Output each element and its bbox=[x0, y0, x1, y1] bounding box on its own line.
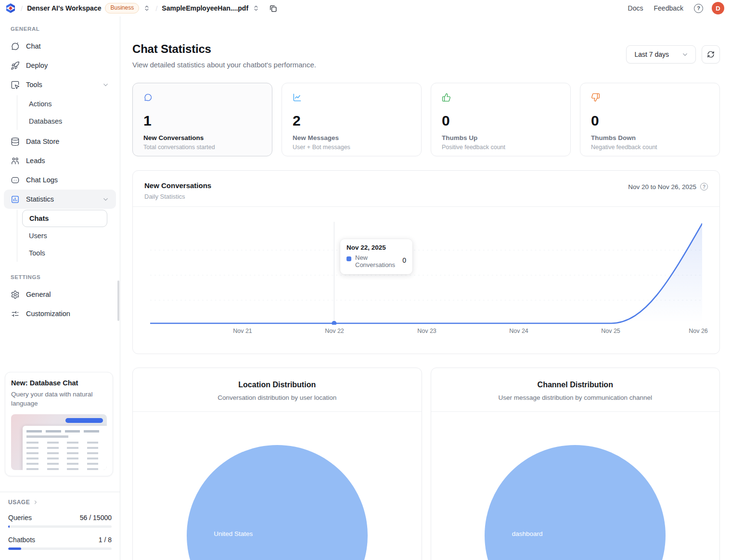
sidebar-item-stats-chats[interactable]: Chats bbox=[22, 210, 107, 227]
pie-slice-united-states[interactable]: United States bbox=[187, 445, 368, 560]
breadcrumb-separator: / bbox=[21, 4, 23, 13]
usage-header-label: USAGE bbox=[8, 499, 30, 506]
pie-card-header: Location Distribution Conversation distr… bbox=[133, 368, 422, 412]
refresh-icon bbox=[707, 51, 715, 58]
sidebar-item-databases[interactable]: Databases bbox=[22, 113, 116, 130]
usage-header[interactable]: USAGE bbox=[8, 499, 112, 506]
stat-card-new-messages[interactable]: 2 New Messages User + Bot messages bbox=[282, 83, 422, 156]
sidebar-item-actions[interactable]: Actions bbox=[22, 95, 116, 113]
topbar-right: Docs Feedback ? D bbox=[628, 2, 724, 14]
sidebar-scrollbar[interactable] bbox=[117, 280, 119, 321]
usage-value: 1 / 8 bbox=[99, 536, 112, 544]
sidebar-item-stats-users[interactable]: Users bbox=[22, 227, 116, 244]
help-icon[interactable]: ? bbox=[694, 4, 703, 13]
x-tick: Nov 22 bbox=[325, 328, 344, 334]
info-icon[interactable]: ? bbox=[700, 183, 708, 191]
usage-label: Chatbots bbox=[8, 536, 35, 544]
pie-slice-label: United States bbox=[214, 530, 253, 537]
stat-value: 2 bbox=[293, 114, 410, 128]
refresh-button[interactable] bbox=[702, 45, 720, 64]
promo-thumbnail-panel bbox=[23, 426, 107, 470]
gear-icon bbox=[11, 290, 20, 299]
stat-label: Thumbs Up bbox=[442, 134, 560, 141]
stat-card-new-conversations[interactable]: 1 New Conversations Total conversations … bbox=[132, 83, 272, 156]
sidebar-item-chat-logs[interactable]: Chat Logs bbox=[4, 170, 116, 190]
sidebar-item-label: General bbox=[26, 291, 51, 298]
line-chart-svg bbox=[150, 209, 702, 325]
x-tick: Nov 25 bbox=[601, 328, 620, 334]
tooltip-row: New Conversations 0 bbox=[346, 255, 406, 269]
line-chart-icon bbox=[293, 95, 302, 103]
chart-title: New Conversations bbox=[144, 181, 211, 190]
sidebar-item-general[interactable]: General bbox=[4, 285, 116, 304]
section-label-general: GENERAL bbox=[4, 26, 116, 32]
chat-icon bbox=[11, 42, 20, 51]
sidebar-item-chat[interactable]: Chat bbox=[4, 37, 116, 56]
avatar[interactable]: D bbox=[712, 2, 724, 14]
sidebar-item-label: Tools bbox=[26, 81, 42, 89]
x-axis-labels: Nov 21 Nov 22 Nov 23 Nov 24 Nov 25 Nov 2… bbox=[150, 328, 702, 337]
promo-subtitle: Query your data with natural language bbox=[11, 390, 107, 408]
distribution-grid: Location Distribution Conversation distr… bbox=[132, 368, 720, 560]
promo-thumbnail-row bbox=[26, 435, 68, 438]
pie-slice-dashboard[interactable]: dashboard bbox=[485, 445, 666, 560]
stat-sublabel: Negative feedback count bbox=[591, 144, 709, 151]
feedback-link[interactable]: Feedback bbox=[654, 4, 683, 12]
stat-card-thumbs-down[interactable]: 0 Thumbs Down Negative feedback count bbox=[580, 83, 720, 156]
document-switcher-chevron-icon[interactable] bbox=[252, 4, 260, 13]
copy-icon[interactable] bbox=[268, 3, 278, 13]
promo-thumbnail-row bbox=[26, 447, 103, 449]
page-subtitle: View detailed statistics about your chat… bbox=[132, 61, 316, 69]
sidebar-item-statistics[interactable]: Statistics bbox=[4, 190, 116, 209]
stat-card-thumbs-up[interactable]: 0 Thumbs Up Positive feedback count bbox=[431, 83, 571, 156]
line-chart-plot[interactable]: Nov 22, 2025 New Conversations 0 bbox=[150, 209, 702, 325]
denser-logo-icon[interactable] bbox=[5, 2, 16, 14]
topbar: / Denser AI's Workspace Business / Sampl… bbox=[0, 0, 731, 16]
stat-card-grid: 1 New Conversations Total conversations … bbox=[132, 83, 720, 156]
x-tick: Nov 26 bbox=[689, 328, 708, 334]
page-title: Chat Statistics bbox=[132, 42, 316, 56]
usage-row-chatbots: Chatbots 1 / 8 bbox=[8, 536, 112, 544]
workspace-switcher-chevron-icon[interactable] bbox=[142, 4, 151, 13]
pie-slice-label: dashboard bbox=[512, 530, 543, 537]
plan-badge: Business bbox=[105, 3, 139, 13]
docs-link[interactable]: Docs bbox=[628, 4, 643, 12]
sidebar-item-stats-tools[interactable]: Tools bbox=[22, 244, 116, 262]
people-icon bbox=[11, 156, 20, 165]
sidebar-item-label: Chat Logs bbox=[26, 176, 58, 184]
stat-value: 0 bbox=[442, 114, 560, 128]
stat-sublabel: Total conversations started bbox=[143, 144, 261, 151]
x-tick: Nov 21 bbox=[233, 328, 252, 334]
chart-subtitle: Daily Statistics bbox=[144, 193, 211, 200]
workspace-name[interactable]: Denser AI's Workspace bbox=[27, 4, 101, 12]
sidebar-item-customization[interactable]: Customization bbox=[4, 304, 116, 323]
rocket-icon bbox=[11, 61, 20, 70]
section-label-settings: SETTINGS bbox=[4, 274, 116, 280]
document-name[interactable]: SampleEmployeeHan....pdf bbox=[162, 4, 248, 12]
stat-value: 1 bbox=[143, 114, 261, 128]
date-range-select[interactable]: Last 7 days bbox=[626, 45, 696, 64]
chart-gridlines bbox=[150, 250, 702, 300]
sliders-icon bbox=[11, 309, 20, 318]
layout: GENERAL Chat Deploy Tools bbox=[0, 16, 731, 560]
sidebar-nav: GENERAL Chat Deploy Tools bbox=[0, 16, 120, 323]
thumbs-up-icon bbox=[442, 95, 451, 103]
sidebar-item-label: Customization bbox=[26, 310, 70, 318]
thumbs-down-icon bbox=[591, 95, 600, 103]
breadcrumb-separator: / bbox=[155, 4, 157, 13]
promo-thumbnail-row bbox=[26, 468, 103, 470]
sidebar-item-deploy[interactable]: Deploy bbox=[4, 56, 116, 75]
sidebar-item-leads[interactable]: Leads bbox=[4, 151, 116, 170]
sidebar-item-tools[interactable]: Tools bbox=[4, 75, 116, 94]
promo-card-database-chat[interactable]: New: Database Chat Query your data with … bbox=[5, 372, 113, 476]
hovered-data-point bbox=[332, 321, 336, 325]
chart-header-text: New Conversations Daily Statistics bbox=[144, 181, 211, 200]
area-fill bbox=[150, 224, 702, 323]
statistics-sub-list: Chats Users Tools bbox=[17, 210, 116, 262]
tooltip-date: Nov 22, 2025 bbox=[346, 244, 406, 251]
tooltip-value: 0 bbox=[402, 256, 406, 264]
sidebar-item-data-store[interactable]: Data Store bbox=[4, 132, 116, 151]
stat-sublabel: User + Bot messages bbox=[293, 144, 410, 151]
sidebar-item-label: Leads bbox=[26, 157, 45, 165]
chart-date-range-label: Nov 20 to Nov 26, 2025 bbox=[628, 183, 696, 191]
